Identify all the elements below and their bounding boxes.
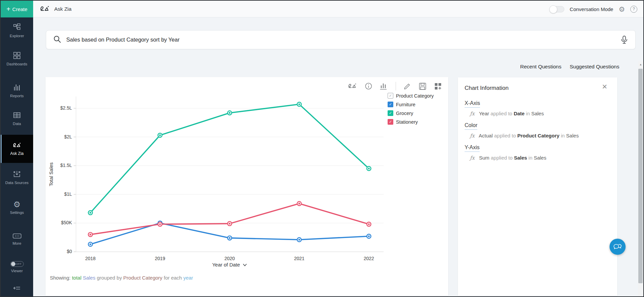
data-point-stationery-2018[interactable] xyxy=(89,234,91,235)
sidebar-item-label: Ask Zia xyxy=(10,151,23,156)
viewer-toggle[interactable]: OFF xyxy=(10,261,24,267)
data-point-furniture-2018[interactable] xyxy=(89,243,91,245)
showing-grouped-by: grouped by xyxy=(97,275,122,281)
section-title[interactable]: Color xyxy=(465,122,477,130)
close-icon[interactable]: × xyxy=(602,81,607,92)
suggested-questions-link[interactable]: Suggested Questions xyxy=(570,64,619,70)
search-query-text: Sales based on Product Category sort by … xyxy=(66,37,179,43)
sidebar-item-label: Data Sources xyxy=(4,180,30,185)
y-tick-label: $2.5L xyxy=(46,105,72,111)
fx-icon: ƒx xyxy=(470,133,475,139)
scroll-up-icon[interactable]: ▲ xyxy=(638,63,643,66)
showing-aggregate[interactable]: total xyxy=(72,275,81,281)
sidebar-item-label: Reports xyxy=(10,94,23,98)
viewer-toggle-state: OFF xyxy=(16,262,22,265)
data-point-grocery-2019[interactable] xyxy=(159,134,161,136)
data-point-grocery-2022[interactable] xyxy=(368,168,370,169)
info-section-x-axis: X-Axis ƒx Year applied to Date in Sales xyxy=(465,100,611,117)
sidebar-item-reports[interactable]: Reports xyxy=(1,83,33,98)
series-line-stationery xyxy=(90,203,369,234)
viewer-toggle-knob xyxy=(11,262,15,266)
line-chart-plot xyxy=(46,77,448,272)
table-name: Sales xyxy=(534,155,547,161)
table-name: Sales xyxy=(531,111,544,116)
more-icon xyxy=(13,233,21,239)
applied-to-text: applied to xyxy=(491,155,512,161)
field-name: Sales xyxy=(514,155,527,161)
x-tick-label: 2019 xyxy=(145,256,175,261)
series-line-furniture xyxy=(90,223,369,244)
data-point-grocery-2018[interactable] xyxy=(89,212,91,214)
data-point-stationery-2019[interactable] xyxy=(159,223,161,225)
sidebar-item-viewer[interactable]: OFF Viewer xyxy=(1,261,33,273)
search-input[interactable]: Sales based on Product Category sort by … xyxy=(46,30,636,49)
microphone-icon[interactable] xyxy=(621,36,628,46)
chart-card: ✓ Product Category ✓Furniture✓Grocery✓St… xyxy=(46,77,448,296)
x-axis-title: Year of Date xyxy=(212,262,240,268)
y-tick-label: $2L xyxy=(46,134,72,139)
x-axis-field-dropdown[interactable]: Year of Date xyxy=(193,262,266,268)
applied-to-text: applied to xyxy=(490,111,512,116)
sidebar-item-label: Dashboards xyxy=(6,62,27,66)
x-tick-label: 2018 xyxy=(75,256,105,261)
sidebar: + Create Explorer Dashboards xyxy=(1,1,33,296)
help-icon[interactable]: ? xyxy=(630,6,637,13)
zia-logo-icon xyxy=(40,5,50,13)
sidebar-item-dashboards[interactable]: Dashboards xyxy=(1,52,33,66)
data-point-stationery-2020[interactable] xyxy=(229,223,230,225)
page-title: Ask Zia xyxy=(54,6,72,12)
search-icon xyxy=(53,35,62,45)
section-title[interactable]: Y-Axis xyxy=(465,144,480,152)
showing-prefix: Showing: xyxy=(50,275,71,281)
data-point-grocery-2020[interactable] xyxy=(229,112,230,114)
series-line-grocery xyxy=(90,104,369,213)
explorer-icon xyxy=(13,23,21,32)
x-tick-label: 2022 xyxy=(354,256,384,261)
applied-to-text: applied to xyxy=(494,133,516,138)
create-button[interactable]: + Create xyxy=(1,1,33,17)
data-point-furniture-2021[interactable] xyxy=(298,239,300,240)
y-tick-label: $1L xyxy=(46,191,72,197)
sidebar-item-explorer[interactable]: Explorer xyxy=(1,23,33,38)
sidebar-item-ask-zia-active[interactable]: Ask Zia xyxy=(1,135,33,163)
chat-bubbles-icon xyxy=(613,243,622,251)
data-point-stationery-2022[interactable] xyxy=(368,223,370,225)
scrollbar[interactable]: ▲ xyxy=(638,61,643,296)
x-tick-label: 2020 xyxy=(215,256,245,261)
data-table-icon xyxy=(13,111,21,120)
x-tick-label: 2021 xyxy=(284,256,314,261)
data-point-furniture-2022[interactable] xyxy=(368,235,370,237)
sidebar-item-data-sources[interactable]: Data Sources xyxy=(1,170,33,185)
sidebar-item-label: Explorer xyxy=(10,34,24,38)
sidebar-collapse-button[interactable] xyxy=(1,285,33,292)
create-label: Create xyxy=(12,6,27,12)
info-section-color: Color ƒx Actual applied to Product Categ… xyxy=(465,122,611,139)
sidebar-item-data[interactable]: Data xyxy=(1,111,33,126)
sidebar-item-label: More xyxy=(12,241,21,245)
scrollbar-thumb[interactable] xyxy=(638,69,643,283)
sidebar-item-label: Settings xyxy=(10,211,24,215)
toggle-knob xyxy=(549,5,557,13)
function-name: Year xyxy=(479,111,489,116)
chat-assistant-button[interactable] xyxy=(610,239,626,255)
info-section-y-axis: Y-Axis ƒx Sum applied to Sales in Sales xyxy=(465,144,611,161)
field-name: Product Category xyxy=(517,133,559,138)
fx-icon: ƒx xyxy=(470,111,475,117)
table-name: Sales xyxy=(566,133,579,138)
showing-time-field[interactable]: year xyxy=(183,275,193,281)
conversation-mode-toggle[interactable] xyxy=(550,6,564,12)
data-point-furniture-2020[interactable] xyxy=(229,237,230,239)
settings-gear-icon[interactable]: ⚙ xyxy=(619,6,625,13)
sidebar-item-more[interactable]: More xyxy=(1,233,33,245)
reports-icon xyxy=(13,83,21,92)
data-point-grocery-2021[interactable] xyxy=(298,103,300,105)
sidebar-item-label: Data xyxy=(13,122,21,126)
section-title[interactable]: X-Axis xyxy=(465,100,480,108)
sidebar-item-settings[interactable]: ⚙ Settings xyxy=(1,200,33,215)
dashboards-icon xyxy=(13,52,21,60)
recent-questions-link[interactable]: Recent Questions xyxy=(520,64,561,70)
showing-group-field[interactable]: Product Category xyxy=(123,275,162,281)
showing-measure[interactable]: Sales xyxy=(83,275,95,281)
data-point-stationery-2021[interactable] xyxy=(298,203,300,204)
y-tick-label: $0 xyxy=(46,249,72,254)
